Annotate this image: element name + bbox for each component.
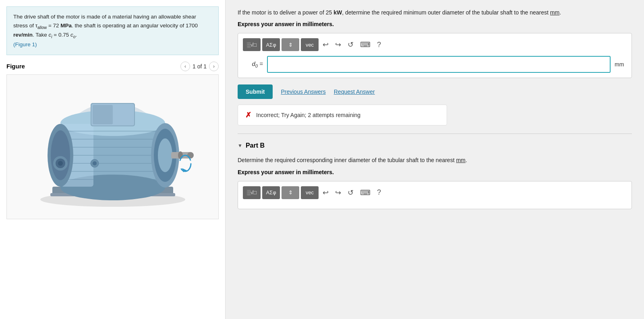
part-b-label: Part B — [246, 142, 265, 149]
svg-point-23 — [187, 152, 194, 158]
help-button[interactable]: ? — [375, 38, 383, 51]
part-b-sqrt-button[interactable]: ░√□ — [243, 186, 261, 199]
section-divider — [238, 134, 632, 134]
part-b-vec-button[interactable]: vec — [301, 186, 319, 199]
figure-nav: ‹ 1 of 1 › — [180, 62, 219, 71]
part-b-help-button[interactable]: ? — [375, 186, 383, 199]
part-b-help-label: ? — [377, 188, 381, 197]
part-b-question-text: Determine the required corresponding inn… — [238, 156, 632, 165]
figure-image-container — [6, 74, 219, 219]
part-b-greek-label: ΑΣφ — [266, 189, 276, 196]
undo-button[interactable]: ↩ — [320, 38, 331, 51]
keyboard-icon: ⌨ — [360, 40, 371, 49]
problem-text: The drive shaft of the motor is made of … — [13, 14, 198, 38]
part-b-math-input-box: ░√□ ΑΣφ ⇕ vec ↩ — [238, 181, 632, 209]
figure-title: Figure — [6, 63, 25, 70]
part-b-header: ▼ Part B — [238, 142, 632, 149]
motor-svg — [28, 79, 197, 216]
figure-section: Figure ‹ 1 of 1 › — [0, 62, 225, 319]
svg-point-33 — [93, 161, 97, 165]
part-b-express-label: Express your answer in millimeters. — [238, 169, 632, 175]
part-b-refresh-icon: ↺ — [348, 188, 354, 197]
content-area: If the motor is to deliver a power of 25… — [226, 0, 644, 224]
part-b-vec-label: vec — [306, 189, 314, 196]
question-text: If the motor is to deliver a power of 25… — [238, 8, 632, 17]
math-input-box: ░√□ ΑΣφ ⇕ vec ↩ ↪ — [238, 33, 632, 78]
refresh-icon: ↺ — [348, 40, 354, 49]
part-b-redo-button[interactable]: ↪ — [333, 186, 344, 199]
part-b-refresh-button[interactable]: ↺ — [345, 186, 356, 199]
submit-row: Submit Previous Answers Request Answer — [238, 84, 632, 99]
feedback-box: ✗ Incorrect; Try Again; 2 attempts remai… — [238, 105, 447, 126]
svg-point-31 — [58, 161, 63, 166]
submit-button[interactable]: Submit — [238, 84, 273, 99]
previous-answers-button[interactable]: Previous Answers — [281, 88, 325, 95]
next-button[interactable]: › — [209, 62, 219, 71]
svg-point-28 — [51, 130, 70, 180]
undo-icon: ↩ — [323, 40, 329, 49]
answer-row: d0 = mm — [243, 56, 627, 73]
part-b-arrows-button[interactable]: ⇕ — [282, 186, 299, 199]
part-b-section: ▼ Part B Determine the required correspo… — [238, 142, 632, 209]
left-panel: The drive shaft of the motor is made of … — [0, 0, 226, 319]
part-b-sqrt-icon: ░√□ — [247, 189, 257, 196]
arrows-button[interactable]: ⇕ — [282, 38, 299, 51]
part-b-undo-button[interactable]: ↩ — [320, 186, 331, 199]
vec-label: vec — [306, 42, 314, 48]
sqrt-button[interactable]: ░√□ — [243, 38, 261, 51]
vec-button[interactable]: vec — [301, 38, 319, 51]
express-label: Express your answer in millimeters. — [238, 21, 632, 27]
redo-icon: ↪ — [335, 40, 341, 49]
redo-button[interactable]: ↪ — [333, 38, 344, 51]
part-b-redo-icon: ↪ — [335, 188, 341, 197]
right-panel: If the motor is to deliver a power of 25… — [226, 0, 644, 319]
motor-illustration — [7, 75, 218, 219]
part-b-arrows-icon: ⇕ — [288, 189, 293, 196]
figure-header: Figure ‹ 1 of 1 › — [6, 62, 219, 71]
part-b-keyboard-icon: ⌨ — [360, 188, 371, 197]
answer-unit: mm — [615, 61, 627, 68]
svg-point-21 — [158, 138, 172, 172]
answer-label: d0 = — [243, 60, 263, 68]
part-b-undo-icon: ↩ — [323, 188, 329, 197]
page-indicator: 1 of 1 — [193, 63, 207, 70]
prev-button[interactable]: ‹ — [180, 62, 190, 71]
keyboard-button[interactable]: ⌨ — [358, 38, 373, 51]
part-b-toolbar: ░√□ ΑΣφ ⇕ vec ↩ — [243, 186, 627, 199]
feedback-text: Incorrect; Try Again; 2 attempts remaini… — [256, 112, 360, 118]
request-answer-button[interactable]: Request Answer — [334, 88, 375, 95]
greek-label: ΑΣφ — [266, 42, 276, 48]
arrows-icon: ⇕ — [288, 42, 293, 48]
part-a-section: If the motor is to deliver a power of 25… — [238, 8, 632, 126]
help-label: ? — [377, 41, 381, 49]
toolbar: ░√□ ΑΣφ ⇕ vec ↩ ↪ — [243, 38, 627, 51]
part-b-keyboard-button[interactable]: ⌨ — [358, 186, 373, 199]
problem-statement: The drive shaft of the motor is made of … — [6, 6, 219, 55]
sqrt-icon: ░√□ — [247, 42, 257, 48]
answer-input[interactable] — [267, 56, 611, 73]
refresh-button[interactable]: ↺ — [345, 38, 356, 51]
svg-rect-18 — [93, 105, 113, 124]
part-b-greek-button[interactable]: ΑΣφ — [262, 186, 280, 199]
chevron-down-icon: ▼ — [238, 143, 242, 148]
greek-button[interactable]: ΑΣφ — [262, 38, 280, 51]
part-b-content: Determine the required corresponding inn… — [238, 156, 632, 209]
feedback-x-icon: ✗ — [245, 111, 251, 119]
figure-link[interactable]: (Figure 1) — [13, 41, 37, 47]
